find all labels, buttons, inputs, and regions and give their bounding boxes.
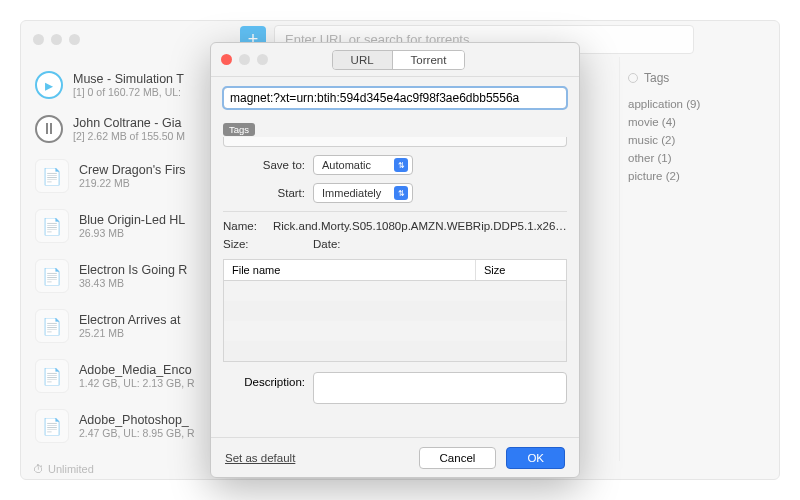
col-filename[interactable]: File name (224, 260, 476, 280)
circle-icon (628, 73, 638, 83)
table-row (224, 281, 566, 301)
tags-header: Tags (628, 71, 771, 85)
tag-item[interactable]: application (9) (628, 95, 771, 113)
file-icon: 📄 (35, 409, 69, 443)
minimize-icon[interactable] (51, 34, 62, 45)
tags-header-label: Tags (644, 71, 669, 85)
start-select[interactable]: Immediately⇅ (313, 183, 413, 203)
zoom-icon (257, 54, 268, 65)
new-download-dialog: URL Torrent magnet:?xt=urn:btih:594d345e… (210, 42, 580, 478)
name-label: Name: (223, 220, 273, 232)
chevron-updown-icon: ⇅ (394, 158, 408, 172)
save-to-value: Automatic (322, 159, 371, 171)
date-label: Date: (313, 238, 363, 250)
file-icon: 📄 (35, 159, 69, 193)
save-to-select[interactable]: Automatic⇅ (313, 155, 413, 175)
size-label: Size: (223, 238, 273, 250)
traffic-lights (33, 34, 80, 45)
name-value: Rick.and.Morty.S05.1080p.AMZN.WEBRip.DDP… (273, 220, 567, 232)
tags-input[interactable] (223, 137, 567, 147)
tag-item[interactable]: movie (4) (628, 113, 771, 131)
divider (223, 211, 567, 212)
status-text: Unlimited (48, 463, 94, 475)
save-to-label: Save to: (223, 159, 313, 171)
file-icon: 📄 (35, 359, 69, 393)
cancel-button[interactable]: Cancel (419, 447, 497, 469)
table-row (224, 341, 566, 361)
tag-item[interactable]: other (1) (628, 149, 771, 167)
description-label: Description: (223, 372, 313, 404)
chevron-updown-icon: ⇅ (394, 186, 408, 200)
file-icon: 📄 (35, 259, 69, 293)
table-row (224, 301, 566, 321)
play-icon[interactable]: ▸ (35, 71, 63, 99)
file-list-table: File name Size (223, 259, 567, 362)
tab-url[interactable]: URL (333, 51, 393, 69)
start-value: Immediately (322, 187, 381, 199)
zoom-icon[interactable] (69, 34, 80, 45)
pause-icon[interactable]: ⏸ (35, 115, 63, 143)
dialog-traffic-lights (221, 54, 268, 65)
description-input[interactable] (313, 372, 567, 404)
tab-torrent[interactable]: Torrent (393, 51, 465, 69)
tag-item[interactable]: music (2) (628, 131, 771, 149)
status-bar: ⏱ Unlimited (33, 463, 94, 475)
tags-chip[interactable]: Tags (223, 123, 255, 136)
dialog-titlebar: URL Torrent (211, 43, 579, 77)
file-icon: 📄 (35, 309, 69, 343)
tags-sidebar: Tags application (9) movie (4) music (2)… (619, 57, 779, 461)
start-label: Start: (223, 187, 313, 199)
close-icon[interactable] (221, 54, 232, 65)
close-icon[interactable] (33, 34, 44, 45)
table-row (224, 321, 566, 341)
tag-item[interactable]: picture (2) (628, 167, 771, 185)
ok-button[interactable]: OK (506, 447, 565, 469)
dialog-tabs: URL Torrent (332, 50, 466, 70)
magnet-url-input[interactable]: magnet:?xt=urn:btih:594d345e4ac9f98f3ae6… (223, 87, 567, 109)
file-icon: 📄 (35, 209, 69, 243)
set-default-link[interactable]: Set as default (225, 452, 295, 464)
minimize-icon (239, 54, 250, 65)
col-size[interactable]: Size (476, 260, 566, 280)
